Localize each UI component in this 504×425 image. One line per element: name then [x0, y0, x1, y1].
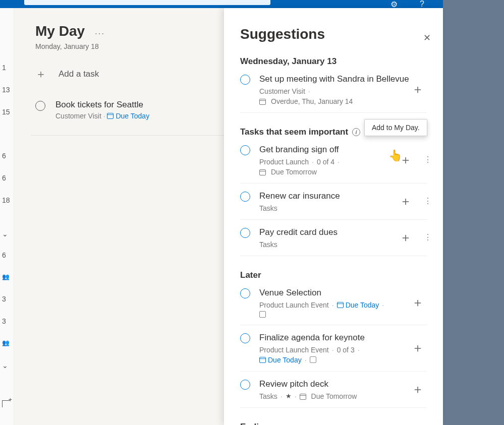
topbar: ⚙ ? 📣 MD	[0, 0, 504, 8]
suggestion-item[interactable]: Venue Selection Product Launch Event· Du…	[240, 280, 427, 325]
suggestion-list: Tasks	[259, 204, 277, 212]
divider	[31, 135, 224, 136]
add-task-row[interactable]: ＋ Add a task	[35, 67, 224, 82]
settings-icon[interactable]: ⚙	[390, 0, 398, 9]
suggestion-list: Tasks	[259, 240, 277, 249]
suggestions-panel: Suggestions ✕ Wednesday, January 13 Set …	[224, 8, 443, 425]
plus-icon: ＋	[35, 67, 46, 82]
suggestion-item[interactable]: Review pitch deck Tasks· ★· Due Tomorrow…	[240, 372, 427, 408]
suggestion-due: Due Today	[268, 356, 302, 364]
help-icon[interactable]: ?	[420, 0, 424, 9]
complete-checkbox[interactable]	[240, 333, 250, 343]
calendar-icon	[259, 169, 266, 175]
suggestion-steps: 0 of 3	[337, 346, 355, 354]
page-date: Monday, January 18	[35, 42, 224, 50]
tooltip: Add to My Day.	[364, 119, 427, 136]
suggestion-item[interactable]: Finalize agenda for keynote Product Laun…	[240, 325, 427, 372]
search-box[interactable]	[24, 0, 270, 5]
page-title: My Day	[35, 23, 85, 39]
star-icon: ★	[286, 392, 292, 400]
new-list-icon[interactable]	[2, 400, 10, 409]
task-item[interactable]: Book tickets for Seattle Customer Visit …	[35, 100, 224, 120]
suggestion-item[interactable]: Renew car insurance Tasks ＋ ⋮	[240, 184, 427, 220]
nav-count: 15	[2, 108, 13, 116]
nav-count: 6	[2, 251, 13, 259]
nav-count: 18	[2, 196, 13, 204]
add-to-my-day-button[interactable]: ＋	[412, 294, 424, 311]
suggestion-section-header: Later	[240, 270, 427, 280]
suggestion-list: Product Launch Event	[259, 301, 329, 309]
nav-count: 3	[2, 295, 13, 303]
complete-checkbox[interactable]	[240, 75, 250, 85]
complete-checkbox[interactable]	[35, 101, 45, 111]
suggestion-item[interactable]: Pay credit card dues Tasks ＋ ⋮	[240, 220, 427, 256]
nav-count: 3	[2, 317, 13, 325]
nav-count: 1	[2, 64, 13, 72]
suggestion-list: Product Launch	[259, 158, 309, 166]
suggestion-item[interactable]: Set up meeting with Sandra in Bellevue C…	[240, 67, 427, 113]
add-to-my-day-button[interactable]: ＋	[400, 229, 412, 246]
suggestion-steps: 0 of 4	[317, 158, 334, 166]
note-icon	[310, 356, 316, 363]
list-options-button[interactable]: ⋯	[94, 27, 104, 39]
nav-count: 6	[2, 174, 13, 182]
task-title: Book tickets for Seattle	[55, 100, 149, 110]
suggestion-title: Venue Selection	[259, 287, 427, 299]
calendar-icon	[337, 302, 344, 308]
people-icon: 👥	[2, 273, 10, 280]
suggestion-title: Set up meeting with Sandra in Bellevue	[259, 74, 427, 85]
nav-count: 6	[2, 152, 13, 160]
complete-checkbox[interactable]	[240, 288, 250, 298]
calendar-icon	[300, 394, 306, 400]
suggestion-list: Product Launch Event	[259, 346, 329, 354]
close-icon[interactable]: ✕	[423, 32, 431, 43]
suggestion-due: Due Today	[346, 301, 379, 309]
task-due: Due Today	[116, 112, 149, 120]
suggestion-due: Due Tomorrow	[311, 392, 357, 400]
navigation-sidebar: 1 13 15 6 6 18 ⌄ 6 👥 3 3 👥 ⌄	[0, 8, 14, 425]
nav-count: 13	[2, 86, 13, 94]
add-task-placeholder: Add a task	[59, 69, 99, 79]
chevron-down-icon[interactable]: ⌄	[2, 230, 8, 238]
suggestion-due: Due Tomorrow	[271, 168, 317, 176]
suggestion-list: Tasks	[259, 392, 277, 400]
calendar-icon	[259, 99, 266, 105]
suggestion-item[interactable]: Get branding sign off Product Launch· 0 …	[240, 137, 427, 184]
suggestion-overdue: Overdue, Thu, January 14	[271, 97, 353, 105]
my-day-panel: My Day ⋯ Monday, January 18 ＋ Add a task…	[14, 8, 224, 425]
suggestion-title: Review pitch deck	[259, 379, 427, 390]
add-to-my-day-button[interactable]: ＋	[412, 340, 424, 356]
complete-checkbox[interactable]	[240, 380, 250, 390]
add-to-my-day-button[interactable]: ＋	[412, 81, 424, 97]
more-options-button[interactable]: ⋮	[424, 159, 432, 161]
info-icon[interactable]: i	[352, 128, 360, 136]
people-icon: 👥	[2, 339, 10, 346]
calendar-icon	[107, 113, 114, 119]
more-options-button[interactable]: ⋮	[424, 236, 432, 238]
complete-checkbox[interactable]	[240, 228, 250, 238]
task-list-name: Customer Visit	[55, 112, 101, 120]
note-icon	[259, 311, 266, 318]
suggestions-title: Suggestions	[240, 26, 427, 42]
complete-checkbox[interactable]	[240, 145, 250, 155]
chevron-down-icon[interactable]: ⌄	[2, 361, 8, 370]
suggestion-section-header: Earlier	[240, 422, 427, 425]
suggestion-title: Finalize agenda for keynote	[259, 332, 427, 344]
more-options-button[interactable]: ⋮	[424, 200, 432, 202]
add-to-my-day-button[interactable]: ＋	[412, 381, 424, 397]
calendar-icon	[259, 357, 266, 363]
right-margin	[443, 0, 504, 425]
add-to-my-day-button[interactable]: ＋	[400, 193, 412, 209]
suggestion-list: Customer Visit	[259, 87, 305, 95]
suggestion-section-header: Wednesday, January 13	[240, 56, 427, 67]
add-to-my-day-button[interactable]: ＋	[400, 152, 412, 168]
complete-checkbox[interactable]	[240, 192, 250, 202]
